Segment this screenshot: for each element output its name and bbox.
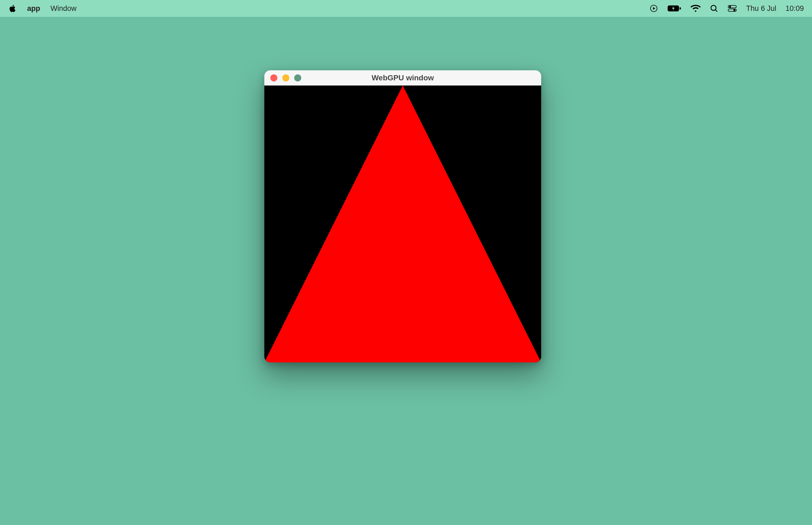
menubar-left: app Window [8, 4, 77, 13]
apple-logo-icon[interactable] [8, 4, 17, 13]
triangle-render [264, 86, 541, 362]
wifi-icon[interactable] [691, 5, 701, 12]
app-window: WebGPU window [264, 70, 541, 362]
media-play-icon[interactable] [649, 4, 658, 13]
svg-rect-2 [679, 7, 681, 10]
menubar-time[interactable]: 10:09 [785, 4, 804, 13]
spotlight-search-icon[interactable] [710, 4, 718, 13]
traffic-lights [270, 74, 301, 81]
battery-charging-icon[interactable] [667, 5, 681, 12]
svg-point-6 [730, 6, 731, 7]
window-maximize-button[interactable] [294, 74, 301, 81]
macos-menubar: app Window [0, 0, 812, 17]
window-title: WebGPU window [264, 74, 541, 82]
window-titlebar[interactable]: WebGPU window [264, 70, 541, 86]
svg-line-4 [715, 10, 717, 12]
window-close-button[interactable] [270, 74, 277, 81]
webgpu-canvas [264, 86, 541, 362]
window-menu[interactable]: Window [50, 4, 77, 13]
menubar-right: Thu 6 Jul 10:09 [649, 4, 804, 13]
svg-point-8 [734, 10, 735, 11]
window-minimize-button[interactable] [282, 74, 289, 81]
control-center-icon[interactable] [727, 5, 737, 12]
svg-point-3 [711, 5, 716, 11]
app-menu[interactable]: app [27, 4, 40, 13]
menubar-date[interactable]: Thu 6 Jul [746, 4, 776, 13]
